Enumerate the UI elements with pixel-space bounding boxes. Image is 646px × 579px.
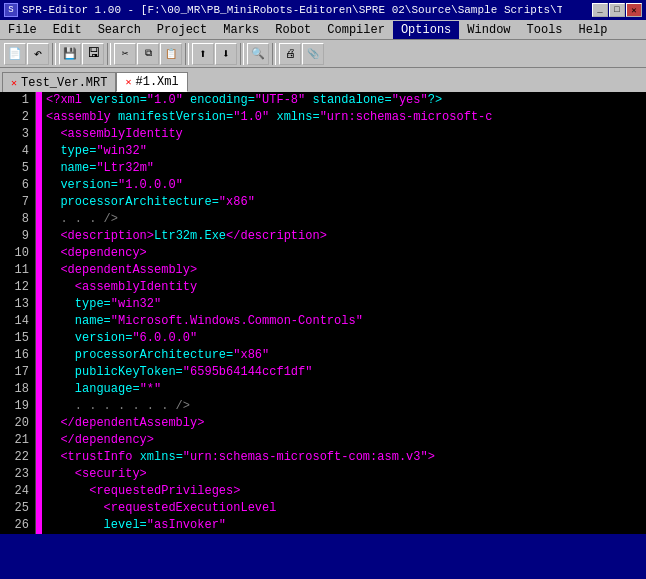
toolbar-upload[interactable]: ⬆ xyxy=(192,43,214,65)
tab-label-2: #1.Xml xyxy=(135,75,178,89)
maximize-button[interactable]: □ xyxy=(609,3,625,17)
line-num-24: 24 xyxy=(6,483,29,500)
code-line-17: publicKeyToken="6595b64144ccf1df" xyxy=(46,364,646,381)
toolbar-sep5 xyxy=(272,43,276,65)
code-line-21: </dependency> xyxy=(46,432,646,449)
menu-file[interactable]: File xyxy=(0,21,45,39)
line-num-4: 4 xyxy=(6,143,29,160)
code-line-2: <assembly manifestVersion="1.0" xmlns="u… xyxy=(46,109,646,126)
code-line-19: . . . . . . . /> xyxy=(46,398,646,415)
editor-container: 1 2 3 4 5 6 7 8 9 10 11 12 13 14 15 16 1… xyxy=(0,92,646,534)
code-line-7: processorArchitecture="x86" xyxy=(46,194,646,211)
app-icon: S xyxy=(4,3,18,17)
code-line-26: level="asInvoker" xyxy=(46,517,646,534)
line-num-1: 1 xyxy=(6,92,29,109)
code-line-8: . . . /> xyxy=(46,211,646,228)
line-num-3: 3 xyxy=(6,126,29,143)
toolbar-print[interactable]: 🖨 xyxy=(279,43,301,65)
line-num-16: 16 xyxy=(6,347,29,364)
toolbar-paste[interactable]: 📋 xyxy=(160,43,182,65)
code-line-6: version="1.0.0.0" xyxy=(46,177,646,194)
minimize-button[interactable]: _ xyxy=(592,3,608,17)
tab-label: Test_Ver.MRT xyxy=(21,76,107,90)
line-num-2: 2 xyxy=(6,109,29,126)
code-line-11: <dependentAssembly> xyxy=(46,262,646,279)
toolbar-new[interactable]: 📄 xyxy=(4,43,26,65)
line-num-26: 26 xyxy=(6,517,29,534)
code-line-4: type="win32" xyxy=(46,143,646,160)
code-line-20: </dependentAssembly> xyxy=(46,415,646,432)
tab-1-xml[interactable]: ✕ #1.Xml xyxy=(116,72,187,92)
code-line-16: processorArchitecture="x86" xyxy=(46,347,646,364)
toolbar-search[interactable]: 🔍 xyxy=(247,43,269,65)
menu-bar: File Edit Search Project Marks Robot Com… xyxy=(0,20,646,40)
toolbar-copy[interactable]: ⧉ xyxy=(137,43,159,65)
menu-tools[interactable]: Tools xyxy=(519,21,571,39)
toolbar: 📄 ↶ 💾 🖫 ✂ ⧉ 📋 ⬆ ⬇ 🔍 🖨 📎 xyxy=(0,40,646,68)
line-numbers: 1 2 3 4 5 6 7 8 9 10 11 12 13 14 15 16 1… xyxy=(0,92,36,534)
line-num-6: 6 xyxy=(6,177,29,194)
code-content[interactable]: <?xml version="1.0" encoding="UTF-8" sta… xyxy=(42,92,646,534)
toolbar-save2[interactable]: 🖫 xyxy=(82,43,104,65)
menu-edit[interactable]: Edit xyxy=(45,21,90,39)
line-num-14: 14 xyxy=(6,313,29,330)
line-num-12: 12 xyxy=(6,279,29,296)
code-line-1: <?xml version="1.0" encoding="UTF-8" sta… xyxy=(46,92,646,109)
code-line-22: <trustInfo xmlns="urn:schemas-microsoft-… xyxy=(46,449,646,466)
line-num-15: 15 xyxy=(6,330,29,347)
line-num-21: 21 xyxy=(6,432,29,449)
line-num-11: 11 xyxy=(6,262,29,279)
line-num-23: 23 xyxy=(6,466,29,483)
code-line-3: <assemblyIdentity xyxy=(46,126,646,143)
line-num-18: 18 xyxy=(6,381,29,398)
menu-help[interactable]: Help xyxy=(571,21,616,39)
line-num-5: 5 xyxy=(6,160,29,177)
line-num-7: 7 xyxy=(6,194,29,211)
toolbar-sep3 xyxy=(185,43,189,65)
close-button[interactable]: ✕ xyxy=(626,3,642,17)
toolbar-sep1 xyxy=(52,43,56,65)
code-line-23: <security> xyxy=(46,466,646,483)
code-line-18: language="*" xyxy=(46,381,646,398)
line-num-22: 22 xyxy=(6,449,29,466)
code-line-12: <assemblyIdentity xyxy=(46,279,646,296)
line-num-10: 10 xyxy=(6,245,29,262)
tab-test-ver-mrt[interactable]: ✕ Test_Ver.MRT xyxy=(2,72,116,92)
line-num-19: 19 xyxy=(6,398,29,415)
code-line-24: <requestedPrivileges> xyxy=(46,483,646,500)
code-line-5: name="Ltr32m" xyxy=(46,160,646,177)
menu-window[interactable]: Window xyxy=(459,21,518,39)
tab-bar: ✕ Test_Ver.MRT ✕ #1.Xml xyxy=(0,68,646,92)
code-line-13: type="win32" xyxy=(46,296,646,313)
line-num-13: 13 xyxy=(6,296,29,313)
title-bar-controls: _ □ ✕ xyxy=(592,3,642,17)
code-line-14: name="Microsoft.Windows.Common-Controls" xyxy=(46,313,646,330)
title-bar: S SPR-Editor 1.00 - [F:\00_MR\PB_MiniRob… xyxy=(0,0,646,20)
line-num-20: 20 xyxy=(6,415,29,432)
tab-close-icon-2[interactable]: ✕ xyxy=(125,76,131,88)
code-line-25: <requestedExecutionLevel xyxy=(46,500,646,517)
toolbar-download[interactable]: ⬇ xyxy=(215,43,237,65)
tab-close-icon[interactable]: ✕ xyxy=(11,77,17,89)
menu-marks[interactable]: Marks xyxy=(215,21,267,39)
menu-robot[interactable]: Robot xyxy=(267,21,319,39)
menu-search[interactable]: Search xyxy=(90,21,149,39)
title-bar-left: S SPR-Editor 1.00 - [F:\00_MR\PB_MiniRob… xyxy=(4,3,562,17)
toolbar-sep4 xyxy=(240,43,244,65)
toolbar-print2[interactable]: 📎 xyxy=(302,43,324,65)
toolbar-save[interactable]: 💾 xyxy=(59,43,81,65)
title-text: SPR-Editor 1.00 - [F:\00_MR\PB_MiniRobot… xyxy=(22,4,562,16)
toolbar-sep2 xyxy=(107,43,111,65)
line-num-25: 25 xyxy=(6,500,29,517)
code-line-10: <dependency> xyxy=(46,245,646,262)
line-num-9: 9 xyxy=(6,228,29,245)
toolbar-cut[interactable]: ✂ xyxy=(114,43,136,65)
code-line-15: version="6.0.0.0" xyxy=(46,330,646,347)
code-line-9: <description>Ltr32m.Exe</description> xyxy=(46,228,646,245)
menu-project[interactable]: Project xyxy=(149,21,215,39)
line-num-8: 8 xyxy=(6,211,29,228)
editor-area[interactable]: 1 2 3 4 5 6 7 8 9 10 11 12 13 14 15 16 1… xyxy=(0,92,646,534)
menu-compiler[interactable]: Compiler xyxy=(319,21,393,39)
menu-options[interactable]: Options xyxy=(393,21,459,39)
toolbar-undo[interactable]: ↶ xyxy=(27,43,49,65)
